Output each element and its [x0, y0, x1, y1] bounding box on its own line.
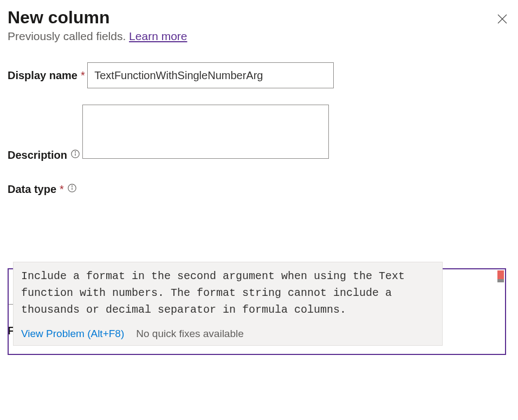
description-input[interactable] [82, 105, 329, 159]
page-subtitle: Previously called fields. Learn more [8, 30, 187, 43]
page-title: New column [8, 8, 187, 28]
tooltip-message: Include a format in the second argument … [14, 262, 442, 324]
view-problem-link[interactable]: View Problem (Alt+F8) [21, 328, 124, 340]
required-marker: * [81, 69, 85, 82]
svg-point-3 [75, 152, 75, 152]
display-name-label-text: Display name [8, 69, 77, 82]
info-icon[interactable] [67, 183, 77, 196]
display-name-label: Display name * [8, 69, 85, 82]
no-fixes-text: No quick fixes available [136, 328, 244, 340]
learn-more-link[interactable]: Learn more [129, 30, 187, 42]
description-label: Description [8, 149, 80, 161]
data-type-label: Data type * [8, 183, 77, 196]
required-marker: * [60, 183, 64, 196]
description-label-text: Description [8, 149, 67, 161]
data-type-label-text: Data type [8, 183, 56, 196]
display-name-input[interactable] [87, 62, 334, 88]
close-button[interactable] [494, 11, 510, 27]
svg-point-6 [72, 186, 72, 186]
error-tooltip: Include a format in the second argument … [13, 262, 443, 346]
subtitle-text: Previously called fields. [8, 30, 129, 42]
info-icon[interactable] [70, 149, 80, 161]
error-marker-scrollbar[interactable] [497, 270, 504, 282]
